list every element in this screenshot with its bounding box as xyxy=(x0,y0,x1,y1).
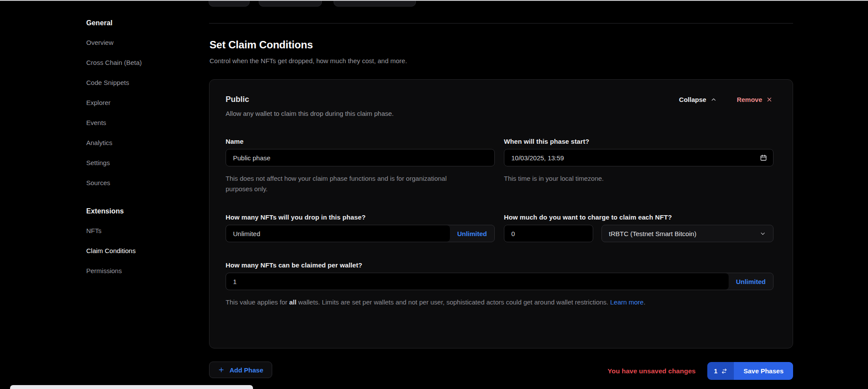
start-datetime-wrap xyxy=(504,149,773,166)
sidebar-item-sources[interactable]: Sources xyxy=(86,178,191,187)
pending-count: 1 xyxy=(714,368,717,375)
sidebar-section-general: General xyxy=(86,19,191,27)
per-wallet-helper-bold: all xyxy=(289,298,297,306)
collapse-button[interactable]: Collapse xyxy=(679,96,717,103)
page-subtitle: Control when the NFTs get dropped, how m… xyxy=(209,57,407,64)
sidebar-item-events[interactable]: Events xyxy=(86,118,191,127)
sidebar-item-claim-conditions[interactable]: Claim Conditions xyxy=(86,246,191,255)
per-wallet-helper-text-2: wallets. Limits are set per wallets and … xyxy=(297,298,610,306)
sidebar-item-permissions[interactable]: Permissions xyxy=(86,266,191,275)
sidebar-item-settings[interactable]: Settings xyxy=(86,158,191,167)
per-wallet-input-group: Unlimited xyxy=(226,273,773,290)
sidebar-item-analytics[interactable]: Analytics xyxy=(86,138,191,147)
currency-value: tRBTC (Testnet Smart Bitcoin) xyxy=(609,230,696,237)
claim-phase-card: Public Collapse Remove Allow any wallet … xyxy=(209,79,793,348)
sidebar-item-code-snippets[interactable]: Code Snippets xyxy=(86,78,191,87)
pending-changes-button[interactable]: 1 xyxy=(707,362,734,380)
main-content: Set Claim Conditions Control when the NF… xyxy=(209,0,793,389)
phase-description: Allow any wallet to claim this drop duri… xyxy=(226,110,773,117)
chevron-up-icon xyxy=(710,96,717,103)
learn-more-link[interactable]: Learn more xyxy=(610,298,644,306)
block-explorer-chip[interactable]: Rootstock Blockscout xyxy=(334,0,416,7)
price-input[interactable] xyxy=(504,225,593,242)
contract-address-chip[interactable]: 0xeDcc...o0e9 xyxy=(259,0,322,7)
name-helper: This does not affect how your claim phas… xyxy=(226,173,463,194)
remove-button[interactable]: Remove xyxy=(737,96,773,103)
supply-input[interactable] xyxy=(226,225,450,242)
per-wallet-label: How many NFTs can be claimed per wallet? xyxy=(226,261,773,269)
bottom-banner-partial[interactable] xyxy=(10,385,253,389)
price-field: How much do you want to charge to claim … xyxy=(504,213,773,242)
per-wallet-field: How many NFTs can be claimed per wallet?… xyxy=(226,261,773,308)
partial-button[interactable] xyxy=(209,0,250,7)
per-wallet-helper-period: . xyxy=(644,298,645,306)
sidebar-item-overview[interactable]: Overview xyxy=(86,38,191,47)
save-phases-button[interactable]: Save Phases xyxy=(734,362,793,380)
unsaved-changes-text: You have unsaved changes xyxy=(608,367,696,375)
sidebar-section-extensions: Extensions xyxy=(86,207,191,215)
claim-conditions-page: 0xeDcc...o0e9 Rootstock Blockscout Gener… xyxy=(0,0,868,389)
sidebar-item-cross-chain[interactable]: Cross Chain (Beta) xyxy=(86,58,191,67)
phase-card-header: Public Collapse Remove xyxy=(226,95,773,104)
start-label: When will this phase start? xyxy=(504,138,773,145)
phase-form: Name This does not affect how your claim… xyxy=(226,138,773,308)
currency-select[interactable]: tRBTC (Testnet Smart Bitcoin) xyxy=(601,225,773,242)
per-wallet-helper: This value applies for all wallets. Limi… xyxy=(226,297,773,308)
chevron-down-icon xyxy=(760,230,766,237)
phase-title: Public xyxy=(226,95,249,104)
per-wallet-helper-text: This value applies for xyxy=(226,298,289,306)
name-field: Name This does not affect how your claim… xyxy=(226,138,495,194)
remove-label: Remove xyxy=(737,96,762,103)
start-datetime-input[interactable] xyxy=(504,149,773,166)
start-helper: This time is in your local timezone. xyxy=(504,173,773,184)
per-wallet-unlimited-toggle[interactable]: Unlimited xyxy=(729,273,773,290)
save-controls: You have unsaved changes 1 Save Phases xyxy=(608,362,793,380)
name-input[interactable] xyxy=(226,149,495,166)
add-phase-label: Add Phase xyxy=(230,366,263,374)
price-row: tRBTC (Testnet Smart Bitcoin) xyxy=(504,225,773,242)
supply-label: How many NFTs will you drop in this phas… xyxy=(226,213,495,221)
sidebar-item-nfts[interactable]: NFTs xyxy=(86,226,191,235)
phase-actions: Collapse Remove xyxy=(679,96,773,103)
window-top-edge xyxy=(0,0,868,1)
header-divider xyxy=(209,23,793,24)
supply-field: How many NFTs will you drop in this phas… xyxy=(226,213,495,242)
start-field: When will this phase start? This time is… xyxy=(504,138,773,194)
collapse-label: Collapse xyxy=(679,96,706,103)
supply-input-group: Unlimited xyxy=(226,225,495,242)
add-phase-button[interactable]: Add Phase xyxy=(209,362,272,378)
swap-arrows-icon xyxy=(721,368,727,374)
close-icon xyxy=(766,96,773,103)
price-label: How much do you want to charge to claim … xyxy=(504,213,773,221)
plus-icon xyxy=(218,366,225,373)
save-button-group: 1 Save Phases xyxy=(707,362,793,380)
supply-unlimited-toggle[interactable]: Unlimited xyxy=(450,225,494,242)
page-title: Set Claim Conditions xyxy=(209,39,313,51)
name-label: Name xyxy=(226,138,495,145)
per-wallet-input[interactable] xyxy=(226,273,729,290)
sidebar: General Overview Cross Chain (Beta) Code… xyxy=(86,19,191,286)
sidebar-item-explorer[interactable]: Explorer xyxy=(86,98,191,107)
